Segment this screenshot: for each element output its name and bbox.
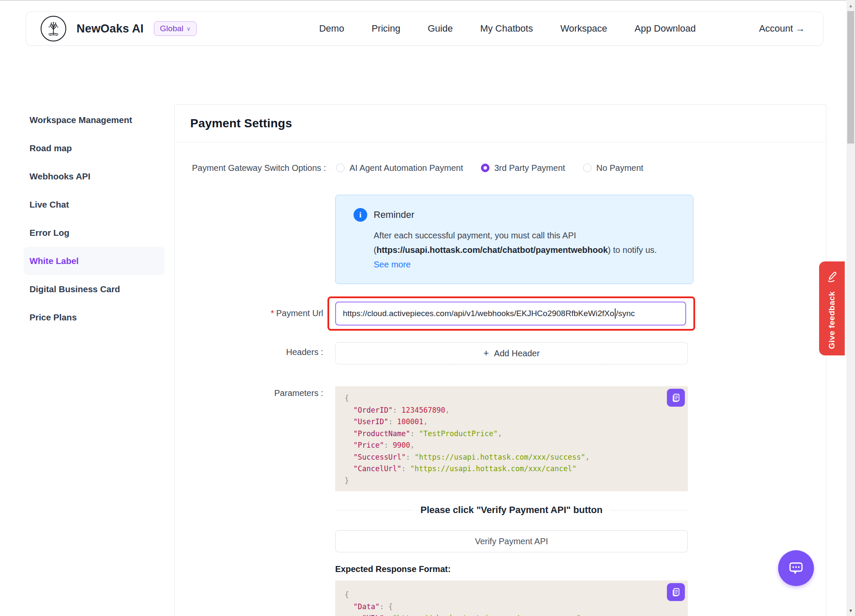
gateway-switch-label: Payment Gateway Switch Options : xyxy=(192,163,326,173)
nav-pricing[interactable]: Pricing xyxy=(371,23,400,34)
verify-payment-api-button[interactable]: Verify Payment API xyxy=(335,530,688,552)
red-highlight-annotation: https://cloud.activepieces.com/api/v1/we… xyxy=(327,296,695,331)
scroll-up-arrow[interactable]: ▲ xyxy=(846,1,855,10)
radio-no-payment[interactable]: No Payment xyxy=(583,163,643,173)
sidebar-item-digital-business-card[interactable]: Digital Business Card xyxy=(24,275,165,303)
sidebar-item-workspace-management[interactable]: Workspace Management xyxy=(24,106,165,134)
text-cursor xyxy=(615,308,616,319)
parameters-code-block: { "OrderID": 1234567890, "UserID": 10000… xyxy=(335,386,688,491)
settings-sidebar: Workspace Management Road map Webhooks A… xyxy=(24,106,165,331)
see-more-link[interactable]: See more xyxy=(374,260,411,269)
expected-response-code-block: { "Data": { "URL": "https://checkout.str… xyxy=(335,581,688,616)
add-header-label: Add Header xyxy=(494,349,540,358)
radio-3rd-party-payment[interactable]: 3rd Party Payment xyxy=(481,163,565,173)
copy-icon xyxy=(671,393,681,402)
divider-line xyxy=(335,510,413,510)
verify-instruction-row: Please click "Verify Payment API" button xyxy=(335,505,688,516)
vertical-scrollbar[interactable]: ▲ ▼ xyxy=(846,0,855,616)
radio-ai-agent-automation-payment[interactable]: AI Agent Automation Payment xyxy=(336,163,463,173)
sidebar-item-webhooks-api[interactable]: Webhooks API xyxy=(24,162,165,191)
give-feedback-tab[interactable]: Give feedback xyxy=(819,261,845,355)
sidebar-item-white-label[interactable]: White Label xyxy=(24,247,165,275)
radio-label: 3rd Party Payment xyxy=(494,163,565,173)
sidebar-item-road-map[interactable]: Road map xyxy=(24,134,165,162)
sidebar-item-error-log[interactable]: Error Log xyxy=(24,219,165,247)
chat-widget-button[interactable] xyxy=(778,550,814,586)
parameters-label: Parameters : xyxy=(175,388,323,398)
payment-url-label: *Payment Url xyxy=(175,308,323,318)
panel-header: Payment Settings xyxy=(175,105,826,142)
gateway-switch-row: Payment Gateway Switch Options : AI Agen… xyxy=(192,159,661,176)
scrollbar-thumb[interactable] xyxy=(847,11,854,144)
input-text-before-cursor: https://cloud.activepieces.com/api/v1/we… xyxy=(343,309,614,318)
radio-icon[interactable] xyxy=(481,164,489,172)
top-navbar: NewOaks AI Global ∨ Demo Pricing Guide M… xyxy=(26,12,823,46)
oak-tree-icon xyxy=(45,20,62,37)
radio-icon[interactable] xyxy=(583,164,592,172)
give-feedback-label: Give feedback xyxy=(827,288,837,352)
scroll-down-arrow[interactable]: ▼ xyxy=(846,606,855,615)
headers-label: Headers : xyxy=(175,347,323,357)
reminder-text-post: ) to notify us. xyxy=(608,245,657,255)
payment-settings-panel: Payment Settings Payment Gateway Switch … xyxy=(174,104,826,616)
chevron-down-icon: ∨ xyxy=(186,25,191,32)
copy-icon xyxy=(671,587,681,597)
nav-app-download[interactable]: App Download xyxy=(634,23,696,34)
region-label: Global xyxy=(160,24,183,33)
sidebar-item-live-chat[interactable]: Live Chat xyxy=(24,191,165,219)
account-link[interactable]: Account → xyxy=(759,23,805,34)
nav-guide[interactable]: Guide xyxy=(428,23,453,34)
reminder-body: After each successful payment, you must … xyxy=(374,228,675,272)
brand-logo[interactable] xyxy=(41,16,66,41)
region-selector[interactable]: Global ∨ xyxy=(154,21,197,36)
payment-url-input[interactable]: https://cloud.activepieces.com/api/v1/we… xyxy=(335,302,686,326)
verify-instruction-text: Please click "Verify Payment API" button xyxy=(421,505,603,516)
nav-workspace[interactable]: Workspace xyxy=(560,23,607,34)
window-top-edge xyxy=(0,0,855,1)
copy-expected-response-button[interactable] xyxy=(667,583,685,601)
page-title: Payment Settings xyxy=(190,117,292,130)
main-nav: Demo Pricing Guide My Chatbots Workspace… xyxy=(319,23,696,34)
input-text-after-cursor: /sync xyxy=(616,309,635,318)
divider-line xyxy=(610,510,688,510)
sidebar-item-price-plans[interactable]: Price Plans xyxy=(24,303,165,331)
radio-icon[interactable] xyxy=(336,164,345,172)
chat-bubble-icon xyxy=(787,559,805,578)
payment-url-label-text: Payment Url xyxy=(276,308,323,318)
add-header-button[interactable]: + Add Header xyxy=(335,342,688,364)
reminder-api-url: https://usapi.hottask.com/chat/chatbot/p… xyxy=(377,245,608,255)
copy-parameters-button[interactable] xyxy=(667,389,685,407)
expected-response-format-label: Expected Response Format: xyxy=(335,564,451,574)
brand-name: NewOaks AI xyxy=(77,22,144,35)
reminder-title: Reminder xyxy=(374,209,414,220)
plus-icon: + xyxy=(484,348,489,359)
pencil-icon xyxy=(826,270,838,283)
radio-label: No Payment xyxy=(596,163,643,173)
info-icon: i xyxy=(354,208,367,222)
required-asterisk: * xyxy=(271,308,274,318)
nav-demo[interactable]: Demo xyxy=(319,23,344,34)
reminder-alert: i Reminder After each successful payment… xyxy=(335,195,693,284)
radio-label: AI Agent Automation Payment xyxy=(349,163,463,173)
nav-my-chatbots[interactable]: My Chatbots xyxy=(480,23,533,34)
